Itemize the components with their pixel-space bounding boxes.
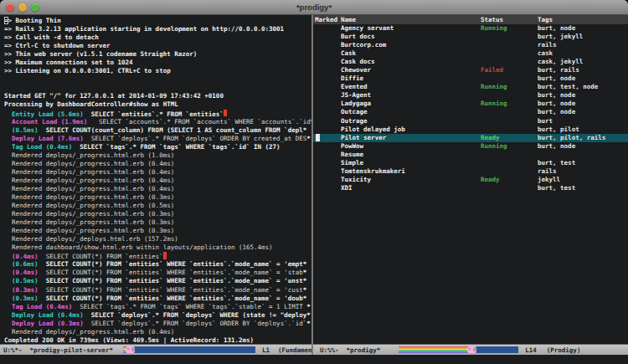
log-text: Completed 200 OK in 739ms (Views: 469.5m…	[4, 336, 254, 344]
log-line: (0.3ms) SELECT COUNT(*) FROM `entities` …	[4, 295, 311, 303]
log-line	[4, 75, 311, 84]
column-header-marked: Marked	[315, 15, 341, 24]
log-line: Tag Load (0.4ms) SELECT `tags`.* FROM `t…	[4, 143, 311, 151]
process-name: Ladygaga	[341, 100, 481, 108]
frame-content: => Booting Thin=> Rails 3.2.13 applicati…	[0, 15, 628, 355]
close-button[interactable]	[6, 3, 14, 12]
process-row[interactable]: Pilot delayed jobburt, pilot	[313, 126, 628, 134]
process-tags	[538, 151, 628, 159]
log-text: Deploy Load (7.6ms)	[4, 135, 84, 142]
titlebar[interactable]: *prodigy*	[0, 0, 628, 15]
log-line: => Ctrl-C to shutdown server	[4, 42, 311, 50]
process-status	[481, 41, 538, 49]
process-row[interactable]: EventedRunningburt, test, node	[313, 83, 628, 91]
log-text: => Rails 3.2.13 application starting in …	[4, 25, 284, 33]
process-row[interactable]: Diffieburt, node	[313, 74, 628, 83]
log-line: Rendered deploys/_progress.html.erb (0.5…	[4, 202, 311, 210]
process-row[interactable]: Simpleburt, test	[313, 159, 628, 167]
log-text: (0.4ms)	[4, 253, 39, 260]
process-row[interactable]: TuxicityReadyjekyll	[313, 176, 628, 184]
process-tags: cask, jekyll	[538, 58, 628, 66]
process-row[interactable]: XDIburt, test	[313, 184, 628, 192]
process-row[interactable]: Caskcask	[313, 49, 628, 58]
marked-cell	[315, 167, 341, 176]
log-text: SELECT `entities`.* FROM `entities`	[84, 110, 224, 117]
log-text: Processing by DashboardController#show a…	[4, 100, 178, 108]
log-text: Rendered dashboard/show.html.erb within …	[4, 244, 273, 251]
process-name: Chewover	[341, 66, 481, 74]
marked-cell	[315, 33, 341, 41]
log-text: *	[306, 320, 311, 327]
process-list[interactable]: Agency servantRunningburt, nodeBurt docs…	[313, 24, 628, 344]
process-row[interactable]: ChewoverFailedburt, rails	[313, 66, 628, 74]
process-tags: cask	[538, 49, 628, 58]
nyan-progress-bar	[399, 346, 518, 353]
process-tags: burt, pilot, rails	[538, 134, 628, 142]
log-text: Entity Load (5.6ms)	[4, 110, 84, 117]
minimize-button[interactable]	[18, 3, 27, 12]
process-row[interactable]: Pilot serverReadyburt, pilot, rails	[313, 134, 628, 142]
buffer-name: *prodigy*	[347, 346, 381, 354]
log-text: Deploy Load (0.3ms)	[4, 320, 84, 327]
right-modeline[interactable]: U:%%- *prodigy* L14 (Prodigy)	[313, 344, 628, 355]
process-row[interactable]: Agency servantRunningburt, node	[313, 24, 628, 33]
log-text: SELECT COUNT(*) FROM `entities` WHERE `e…	[39, 269, 303, 276]
process-row[interactable]: Burt docsburt, jekyll	[313, 33, 628, 41]
marked-cell	[315, 176, 341, 184]
process-row[interactable]: Outrageburt	[313, 117, 628, 126]
process-row[interactable]: JS-Agentburt, node	[313, 91, 628, 100]
log-text: *	[306, 303, 311, 310]
log-text: *	[303, 126, 307, 134]
log-line: Rendered deploys/_progress.html.erb (0.4…	[4, 168, 311, 177]
process-status: Ready	[481, 134, 538, 142]
log-pane[interactable]: => Booting Thin=> Rails 3.2.13 applicati…	[0, 15, 311, 355]
marked-cell	[315, 108, 341, 116]
log-text: SELECT `deploys`.* FROM `deploys` ORDER …	[84, 135, 306, 142]
prodigy-pane[interactable]: Marked Name Status Tags Agency servantRu…	[313, 15, 628, 355]
table-header: Marked Name Status Tags	[313, 15, 628, 24]
marked-cell	[315, 58, 341, 66]
process-name: Burtcorp.com	[341, 41, 481, 49]
log-text: Tag Load (0.4ms)	[4, 143, 72, 151]
marked-cell	[315, 142, 341, 151]
process-tags: rails	[538, 41, 628, 49]
process-row[interactable]: Burtcorp.comrails	[313, 41, 628, 49]
log-text: Rendered deploys/_deploys.html.erb (157.…	[4, 235, 178, 243]
log-text: SELECT COUNT(count_column) FROM (SELECT …	[39, 126, 303, 134]
line-number-indicator: L14	[525, 346, 537, 354]
process-row[interactable]: PowWowRunningburt, node	[313, 142, 628, 151]
process-tags: burt, pilot	[538, 126, 628, 134]
process-tags: burt, node	[538, 24, 628, 33]
process-status: Running	[481, 100, 538, 108]
log-text: *	[303, 286, 307, 294]
marked-cell	[315, 126, 341, 134]
process-tags: burt	[538, 117, 628, 126]
log-text: SELECT `accounts`.* FROM `accounts` WHER…	[87, 118, 310, 126]
major-mode-indicator: (Prodigy)	[547, 346, 581, 354]
process-status	[481, 167, 538, 176]
log-line: >> Maximum connections set to 1024	[4, 59, 311, 67]
process-tags: burt, jekyll	[538, 33, 628, 41]
process-name: PowWow	[341, 142, 481, 151]
process-row[interactable]: LadygagaRunningburt, node	[313, 100, 628, 108]
minibuffer[interactable]	[0, 355, 628, 364]
log-text: => Ctrl-C to shutdown server	[4, 42, 110, 49]
log-text: Deploy Load (0.4ms)	[4, 311, 84, 319]
process-tags: burt, rails	[538, 66, 628, 74]
server-log-buffer[interactable]: => Booting Thin=> Rails 3.2.13 applicati…	[0, 15, 311, 344]
left-modeline[interactable]: U:%*- *prodigy-pilot-server* L1 (Fundame…	[0, 344, 311, 355]
process-row[interactable]: Outcageburt, node	[313, 108, 628, 116]
process-row[interactable]: Resume	[313, 151, 628, 159]
process-name: JS-Agent	[341, 91, 481, 100]
process-name: XDI	[341, 184, 481, 192]
process-status: Ready	[481, 176, 538, 184]
zoom-button[interactable]	[31, 3, 39, 12]
process-row[interactable]: Cask docscask, jekyll	[313, 58, 628, 66]
log-text: (0.6ms)	[4, 260, 39, 268]
log-line: (0.3ms) SELECT COUNT(*) FROM `entities` …	[4, 286, 311, 295]
log-text: Rendered deploys/_progress.html.erb (0.3…	[4, 193, 174, 201]
process-row[interactable]: Tomtenskrukmakerirails	[313, 167, 628, 176]
log-text: Rendered deploys/_progress.html.erb (0.4…	[4, 328, 174, 336]
process-name: Tuxicity	[341, 176, 481, 184]
log-text: >> Maximum connections set to 1024	[4, 59, 133, 66]
